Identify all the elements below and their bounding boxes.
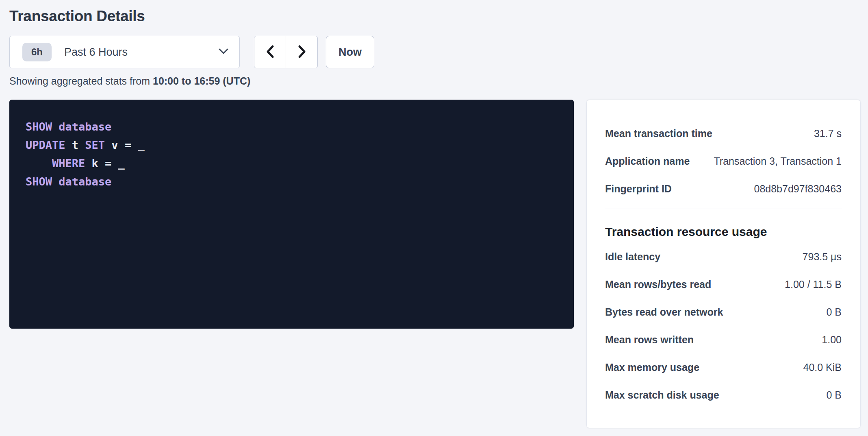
- details-content: SHOW databaseUPDATE t SET v = _ WHERE k …: [9, 100, 861, 428]
- summary-rows: Mean transaction time31.7 sApplication n…: [605, 120, 842, 203]
- stat-row: Max memory usage40.0 KiB: [605, 353, 842, 381]
- chevron-down-icon: [218, 48, 229, 56]
- stat-value: 1.00 / 11.5 B: [785, 279, 842, 290]
- stat-label: Application name: [605, 155, 690, 167]
- sql-text: [52, 120, 59, 133]
- stat-value: 31.7 s: [814, 128, 842, 140]
- stat-row: Max scratch disk usage0 B: [605, 381, 842, 409]
- sql-line: SHOW database: [26, 172, 558, 191]
- sql-keyword: database: [59, 175, 111, 188]
- chevron-right-icon: [297, 45, 307, 60]
- now-button[interactable]: Now: [326, 36, 374, 68]
- transaction-details-page: Transaction Details 6h Past 6 Hours: [0, 0, 868, 436]
- time-range-dropdown[interactable]: 6h Past 6 Hours: [9, 36, 240, 68]
- sql-keyword: SHOW: [26, 120, 52, 133]
- stat-label: Idle latency: [605, 251, 660, 263]
- sql-keyword: UPDATE: [26, 139, 65, 151]
- time-preset-badge: 6h: [22, 43, 52, 61]
- sql-text: k = _: [85, 157, 125, 170]
- stat-value: 0 B: [826, 306, 842, 318]
- stat-label: Mean rows written: [605, 334, 694, 346]
- sql-text: t: [65, 139, 85, 151]
- card-divider: [605, 209, 842, 209]
- stat-value: 40.0 KiB: [803, 362, 842, 373]
- sql-line: UPDATE t SET v = _: [26, 136, 558, 154]
- previous-time-window-button[interactable]: [254, 36, 286, 68]
- resource-usage-rows: Idle latency793.5 µsMean rows/bytes read…: [605, 243, 842, 409]
- stat-row: Bytes read over network0 B: [605, 298, 842, 326]
- sql-text: [26, 157, 52, 170]
- aggregation-range-prefix: Showing aggregated stats from: [9, 75, 153, 87]
- stat-label: Fingerprint ID: [605, 183, 672, 195]
- resource-usage-heading: Transaction resource usage: [605, 225, 842, 239]
- sql-text: [52, 175, 59, 188]
- stat-row: Mean rows written1.00: [605, 326, 842, 353]
- stat-value: 08d8b7d97f830463: [754, 183, 842, 195]
- stat-row: Application nameTransaction 3, Transacti…: [605, 147, 842, 175]
- transaction-stats-card: Mean transaction time31.7 sApplication n…: [586, 100, 861, 428]
- chevron-left-icon: [265, 45, 275, 60]
- time-range-label: Past 6 Hours: [64, 46, 128, 59]
- sql-statement-lines: SHOW databaseUPDATE t SET v = _ WHERE k …: [26, 118, 558, 191]
- page-title: Transaction Details: [9, 7, 861, 25]
- stat-label: Mean transaction time: [605, 128, 712, 140]
- stat-row: Idle latency793.5 µs: [605, 243, 842, 270]
- sql-line: SHOW database: [26, 118, 558, 136]
- sql-keyword: database: [59, 120, 111, 133]
- stat-label: Mean rows/bytes read: [605, 279, 711, 290]
- stat-value: Transaction 3, Transaction 1: [714, 155, 842, 167]
- stat-value: 0 B: [826, 389, 842, 401]
- sql-statement-box: SHOW databaseUPDATE t SET v = _ WHERE k …: [9, 100, 574, 329]
- stat-row: Fingerprint ID08d8b7d97f830463: [605, 175, 842, 203]
- aggregation-range-value: 10:00 to 16:59 (UTC): [153, 75, 250, 87]
- next-time-window-button[interactable]: [286, 36, 318, 68]
- time-picker: 6h Past 6 Hours: [9, 36, 861, 68]
- sql-keyword: WHERE: [52, 157, 85, 170]
- stat-value: 1.00: [822, 334, 842, 346]
- stat-row: Mean transaction time31.7 s: [605, 120, 842, 147]
- sql-text: v = _: [105, 139, 145, 151]
- stat-row: Mean rows/bytes read1.00 / 11.5 B: [605, 270, 842, 298]
- sql-keyword: SHOW: [26, 175, 52, 188]
- stat-value: 793.5 µs: [803, 251, 842, 263]
- sql-keyword: SET: [85, 139, 105, 151]
- stat-label: Bytes read over network: [605, 306, 723, 318]
- stat-label: Max memory usage: [605, 362, 699, 373]
- sql-line: WHERE k = _: [26, 154, 558, 172]
- time-window-arrows: [254, 36, 318, 68]
- stat-label: Max scratch disk usage: [605, 389, 719, 401]
- aggregation-range-text: Showing aggregated stats from 10:00 to 1…: [9, 75, 861, 87]
